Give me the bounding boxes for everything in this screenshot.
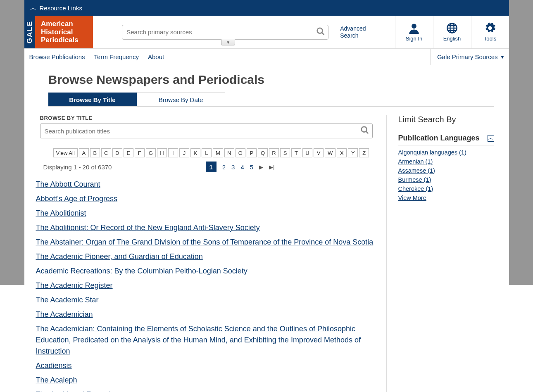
alpha-v[interactable]: V	[314, 148, 324, 157]
result-link[interactable]: The Abolitionist: Or Record of the New E…	[36, 223, 260, 232]
nav-about[interactable]: About	[147, 53, 165, 60]
list-item: Academic Recreations: By the Columbian P…	[36, 266, 378, 277]
user-icon	[408, 22, 420, 34]
alpha-b[interactable]: B	[90, 148, 100, 157]
resource-links-bar[interactable]: ︿ Resource Links	[24, 0, 509, 16]
result-link[interactable]: The Acaleph	[36, 376, 77, 384]
result-link[interactable]: The Abstainer: Organ of The Grand Divisi…	[36, 238, 374, 246]
alpha-n[interactable]: N	[224, 148, 234, 157]
alpha-w[interactable]: W	[325, 148, 336, 157]
result-link[interactable]: The Academician: Containing the Elements…	[36, 325, 361, 355]
alpha-e[interactable]: E	[124, 148, 133, 157]
alpha-j[interactable]: J	[179, 148, 189, 157]
alpha-r[interactable]: R	[269, 148, 279, 157]
result-link[interactable]: The Academic Star	[36, 296, 99, 304]
alpha-c[interactable]: C	[101, 148, 111, 157]
product-title[interactable]: American Historical Periodicals	[35, 16, 93, 48]
result-link[interactable]: Acadiensis	[36, 361, 72, 370]
resource-links-label: Resource Links	[40, 5, 82, 12]
page-3[interactable]: 3	[231, 164, 235, 171]
facet-item: Armenian (1)	[398, 158, 494, 165]
list-item: The Acaleph	[36, 375, 378, 386]
svg-point-0	[317, 28, 323, 33]
result-link[interactable]: The Abbott Courant	[36, 180, 100, 188]
advanced-search-link[interactable]: AdvancedSearch	[340, 25, 366, 39]
result-link[interactable]: The Academic Pioneer, and Guardian of Ed…	[36, 252, 203, 261]
language-button[interactable]: English	[433, 16, 471, 48]
alpha-z[interactable]: Z	[359, 148, 369, 157]
result-link[interactable]: The Abolitionist	[36, 209, 86, 217]
tab-browse-by-title[interactable]: Browse By Title	[48, 93, 137, 106]
page-5[interactable]: 5	[250, 164, 253, 171]
title-search-input[interactable]	[40, 124, 373, 138]
page-1[interactable]: 1	[206, 162, 217, 172]
alpha-h[interactable]: H	[157, 148, 167, 157]
list-item: The Abstainer: Organ of The Grand Divisi…	[36, 237, 378, 248]
facet-link[interactable]: Assamese (1)	[398, 167, 435, 174]
list-item: The Academic Star	[36, 295, 378, 306]
page-2[interactable]: 2	[222, 164, 226, 171]
collapse-icon[interactable]: ︿	[488, 135, 494, 142]
nav-term-frequency[interactable]: Term Frequency	[93, 53, 140, 60]
gale-logo[interactable]: GALE	[24, 16, 36, 48]
alpha-g[interactable]: G	[146, 148, 156, 157]
alpha-o[interactable]: O	[236, 148, 245, 157]
browse-by-title-label: BROWSE BY TITLE	[40, 115, 378, 121]
list-item: The Abolitionist	[36, 208, 378, 219]
alpha-f[interactable]: F	[135, 148, 145, 157]
sign-in-button[interactable]: Sign In	[395, 16, 433, 48]
gear-icon	[484, 22, 496, 34]
search-icon[interactable]	[360, 126, 369, 136]
last-page-icon[interactable]: ▶|	[269, 164, 274, 170]
search-type-dropdown-icon[interactable]: ▼	[221, 39, 235, 45]
nav-bar: Browse Publications Term Frequency About…	[24, 49, 509, 65]
alpha-d[interactable]: D	[112, 148, 122, 157]
list-item: The Academician: Containing the Elements…	[36, 323, 378, 357]
search-icon[interactable]	[316, 27, 325, 38]
result-link[interactable]: Academic Recreations: By the Columbian P…	[36, 267, 247, 275]
alpha-s[interactable]: S	[280, 148, 290, 157]
alpha-u[interactable]: U	[302, 148, 312, 157]
chevron-up-icon: ︿	[30, 4, 36, 12]
alpha-p[interactable]: P	[247, 148, 257, 157]
gale-primary-sources-dropdown[interactable]: Gale Primary Sources ▼	[430, 49, 505, 65]
tools-button[interactable]: Tools	[471, 16, 509, 48]
alpha-m[interactable]: M	[213, 148, 223, 157]
result-link[interactable]: The Academic Register	[36, 281, 113, 290]
alpha-x[interactable]: X	[337, 148, 347, 157]
facet-link[interactable]: Cherokee (1)	[398, 185, 433, 192]
facet-item: Algonquian languages (1)	[398, 149, 494, 156]
result-link[interactable]: Abbott's Age of Progress	[36, 195, 118, 203]
list-item: The Accidental Record	[36, 389, 378, 392]
alpha-l[interactable]: L	[202, 148, 212, 157]
page-4[interactable]: 4	[240, 164, 244, 171]
view-more-link[interactable]: View More	[398, 195, 426, 201]
alpha-y[interactable]: Y	[348, 148, 358, 157]
search-area: AdvancedSearch ▼	[93, 16, 395, 48]
nav-browse-publications[interactable]: Browse Publications	[29, 53, 86, 60]
list-item: Abbott's Age of Progress	[36, 193, 378, 204]
alpha-view-all[interactable]: View All	[53, 148, 78, 157]
result-link[interactable]: The Accidental Record	[36, 390, 111, 392]
next-page-icon[interactable]: ▶	[259, 164, 263, 170]
svg-point-2	[412, 24, 416, 29]
facet-link[interactable]: Burmese (1)	[398, 176, 431, 183]
facet-item: Burmese (1)	[398, 176, 494, 183]
alpha-q[interactable]: Q	[258, 148, 268, 157]
results-list: The Abbott CourantAbbott's Age of Progre…	[36, 179, 378, 392]
primary-search-box	[122, 25, 328, 40]
globe-icon	[446, 22, 458, 34]
facet-link[interactable]: Armenian (1)	[398, 158, 433, 165]
facet-list: Algonquian languages (1)Armenian (1)Assa…	[398, 149, 494, 202]
alpha-a[interactable]: A	[79, 148, 89, 157]
alpha-k[interactable]: K	[190, 148, 200, 157]
result-link[interactable]: The Academician	[36, 310, 93, 318]
facet-link[interactable]: Algonquian languages (1)	[398, 149, 466, 156]
list-item: The Abolitionist: Or Record of the New E…	[36, 222, 378, 233]
alpha-t[interactable]: T	[291, 148, 301, 157]
list-item: Acadiensis	[36, 360, 378, 371]
facet-item: Assamese (1)	[398, 167, 494, 174]
tab-browse-by-date[interactable]: Browse By Date	[137, 93, 225, 106]
alpha-i[interactable]: I	[168, 148, 178, 157]
primary-search-input[interactable]	[122, 25, 328, 40]
